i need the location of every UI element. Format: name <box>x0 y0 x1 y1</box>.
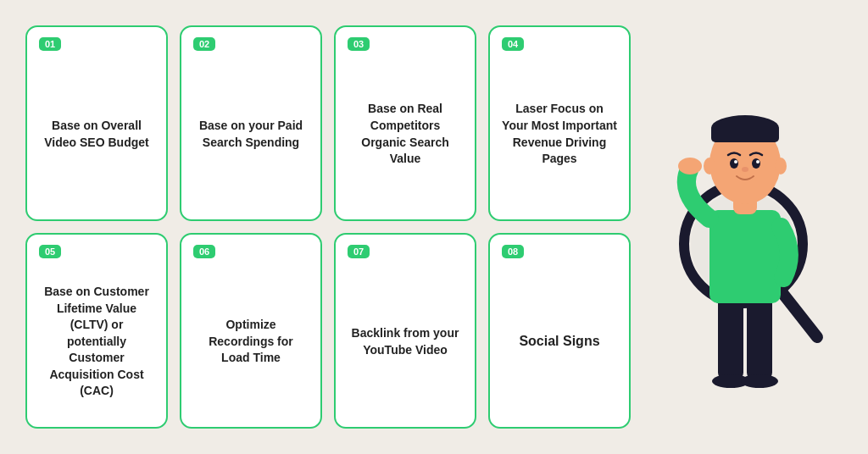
svg-point-19 <box>742 167 748 172</box>
card-text-04: Laser Focus on Your Most Important Reven… <box>502 59 617 209</box>
card-number-05: 05 <box>39 245 61 258</box>
svg-rect-5 <box>718 295 743 379</box>
cards-grid: 01Base on Overall Video SEO Budget02Base… <box>25 17 631 437</box>
card-02: 02Base on your Paid Search Spending <box>180 25 322 221</box>
card-05: 05Base on Customer Lifetime Value (CLTV)… <box>25 233 168 429</box>
card-text-06: Optimize Recordings for Load Time <box>193 267 309 417</box>
card-06: 06Optimize Recordings for Load Time <box>180 233 322 429</box>
card-01: 01Base on Overall Video SEO Budget <box>25 25 168 221</box>
card-number-02: 02 <box>193 37 215 51</box>
svg-point-18 <box>678 158 702 174</box>
card-07: 07Backlink from your YouTube Video <box>334 233 476 429</box>
card-text-07: Backlink from your YouTube Video <box>348 267 463 417</box>
card-number-06: 06 <box>193 245 215 258</box>
svg-point-21 <box>775 158 787 174</box>
svg-point-8 <box>741 374 778 388</box>
card-text-01: Base on Overall Video SEO Budget <box>39 59 154 209</box>
character-section <box>648 17 843 437</box>
card-number-04: 04 <box>502 37 524 51</box>
card-number-03: 03 <box>348 37 370 51</box>
card-03: 03Base on Real Competitors Organic Searc… <box>334 25 476 221</box>
svg-point-20 <box>704 158 715 174</box>
card-04: 04Laser Focus on Your Most Important Rev… <box>488 25 631 221</box>
card-number-07: 07 <box>348 245 370 258</box>
svg-rect-9 <box>709 210 781 303</box>
card-number-01: 01 <box>39 37 61 51</box>
svg-rect-6 <box>747 295 772 379</box>
svg-point-15 <box>752 158 760 169</box>
card-text-05: Base on Customer Lifetime Value (CLTV) o… <box>39 267 154 417</box>
card-08: 08Social Signs <box>488 233 631 429</box>
svg-point-16 <box>734 160 737 163</box>
svg-point-14 <box>730 158 738 169</box>
card-text-08: Social Signs <box>502 267 617 417</box>
card-number-08: 08 <box>502 245 524 258</box>
card-text-03: Base on Real Competitors Organic Search … <box>348 59 463 209</box>
svg-rect-13 <box>711 125 779 142</box>
svg-point-17 <box>756 160 760 163</box>
card-text-02: Base on your Paid Search Spending <box>193 59 309 209</box>
main-container: 01Base on Overall Video SEO Budget02Base… <box>0 0 868 454</box>
